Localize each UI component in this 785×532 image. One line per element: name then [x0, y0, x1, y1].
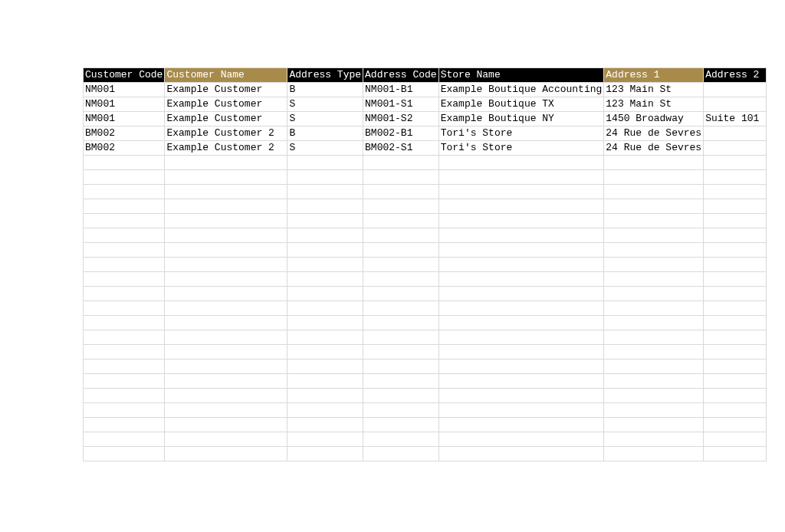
cell-empty[interactable] [287, 258, 363, 272]
cell-empty[interactable] [165, 272, 287, 287]
cell-empty[interactable] [287, 243, 363, 258]
cell-empty[interactable] [438, 389, 604, 403]
cell-empty[interactable] [165, 301, 287, 316]
cell-empty[interactable] [84, 374, 165, 389]
cell-empty[interactable] [287, 214, 363, 228]
col-address-1[interactable]: Address 1 [604, 68, 704, 83]
cell-empty[interactable] [438, 345, 604, 360]
cell-empty[interactable] [363, 418, 439, 432]
cell-empty[interactable] [704, 301, 767, 316]
cell-empty[interactable] [287, 447, 363, 461]
cell-empty[interactable] [84, 432, 165, 447]
cell-empty[interactable] [165, 228, 287, 243]
cell-empty[interactable] [438, 316, 604, 330]
cell-empty[interactable] [287, 374, 363, 389]
cell-empty[interactable] [165, 156, 287, 170]
cell-empty[interactable] [287, 170, 363, 185]
cell-empty[interactable] [704, 214, 767, 228]
cell[interactable] [704, 126, 767, 141]
cell-empty[interactable] [287, 345, 363, 360]
cell[interactable]: B [287, 126, 363, 141]
cell-empty[interactable] [165, 214, 287, 228]
cell-empty[interactable] [704, 272, 767, 287]
col-customer-code[interactable]: Customer Code [84, 68, 165, 83]
cell-empty[interactable] [438, 228, 604, 243]
cell[interactable]: 24 Rue de Sevres [604, 126, 704, 141]
cell-empty[interactable] [704, 403, 767, 418]
cell-empty[interactable] [363, 170, 439, 185]
cell-empty[interactable] [604, 432, 704, 447]
cell-empty[interactable] [84, 156, 165, 170]
cell-empty[interactable] [84, 403, 165, 418]
cell[interactable]: BM002-B1 [363, 126, 439, 141]
cell-empty[interactable] [704, 389, 767, 403]
cell-empty[interactable] [438, 199, 604, 214]
cell-empty[interactable] [704, 243, 767, 258]
cell[interactable]: Example Customer [165, 112, 287, 126]
cell-empty[interactable] [604, 374, 704, 389]
col-store-name[interactable]: Store Name [438, 68, 604, 83]
cell-empty[interactable] [287, 389, 363, 403]
cell-empty[interactable] [704, 316, 767, 330]
col-customer-name[interactable]: Customer Name [165, 68, 287, 83]
cell-empty[interactable] [363, 214, 439, 228]
cell-empty[interactable] [84, 418, 165, 432]
col-address-2[interactable]: Address 2 [704, 68, 767, 83]
cell-empty[interactable] [363, 345, 439, 360]
cell[interactable]: NM001 [84, 97, 165, 112]
cell-empty[interactable] [287, 330, 363, 345]
cell-empty[interactable] [84, 199, 165, 214]
cell-empty[interactable] [704, 170, 767, 185]
cell-empty[interactable] [604, 243, 704, 258]
cell-empty[interactable] [704, 360, 767, 374]
cell-empty[interactable] [165, 287, 287, 301]
cell-empty[interactable] [84, 345, 165, 360]
cell-empty[interactable] [604, 258, 704, 272]
cell-empty[interactable] [165, 374, 287, 389]
cell[interactable]: Example Boutique Accounting [438, 83, 604, 97]
cell-empty[interactable] [363, 258, 439, 272]
cell-empty[interactable] [704, 374, 767, 389]
cell-empty[interactable] [704, 418, 767, 432]
cell-empty[interactable] [165, 243, 287, 258]
cell-empty[interactable] [287, 432, 363, 447]
cell-empty[interactable] [604, 447, 704, 461]
cell[interactable]: Tori's Store [438, 141, 604, 156]
cell-empty[interactable] [287, 403, 363, 418]
cell-empty[interactable] [165, 447, 287, 461]
cell-empty[interactable] [84, 447, 165, 461]
cell-empty[interactable] [704, 345, 767, 360]
cell-empty[interactable] [363, 228, 439, 243]
cell-empty[interactable] [704, 185, 767, 199]
cell-empty[interactable] [287, 360, 363, 374]
cell[interactable]: 24 Rue de Sevres [604, 141, 704, 156]
col-address-type[interactable]: Address Type [287, 68, 363, 83]
cell-empty[interactable] [438, 287, 604, 301]
cell[interactable] [704, 141, 767, 156]
cell[interactable] [704, 97, 767, 112]
cell-empty[interactable] [604, 228, 704, 243]
cell-empty[interactable] [438, 170, 604, 185]
cell-empty[interactable] [165, 432, 287, 447]
cell-empty[interactable] [287, 272, 363, 287]
cell-empty[interactable] [363, 330, 439, 345]
cell-empty[interactable] [84, 214, 165, 228]
cell-empty[interactable] [287, 156, 363, 170]
cell-empty[interactable] [604, 170, 704, 185]
cell-empty[interactable] [604, 214, 704, 228]
cell-empty[interactable] [438, 418, 604, 432]
cell-empty[interactable] [287, 185, 363, 199]
cell[interactable]: NM001-S2 [363, 112, 439, 126]
cell[interactable]: NM001 [84, 112, 165, 126]
cell-empty[interactable] [363, 316, 439, 330]
cell-empty[interactable] [165, 418, 287, 432]
cell-empty[interactable] [604, 301, 704, 316]
cell-empty[interactable] [363, 360, 439, 374]
cell-empty[interactable] [165, 199, 287, 214]
cell-empty[interactable] [604, 360, 704, 374]
cell-empty[interactable] [704, 156, 767, 170]
cell-empty[interactable] [287, 418, 363, 432]
cell-empty[interactable] [704, 287, 767, 301]
cell[interactable]: BM002-S1 [363, 141, 439, 156]
cell-empty[interactable] [84, 360, 165, 374]
